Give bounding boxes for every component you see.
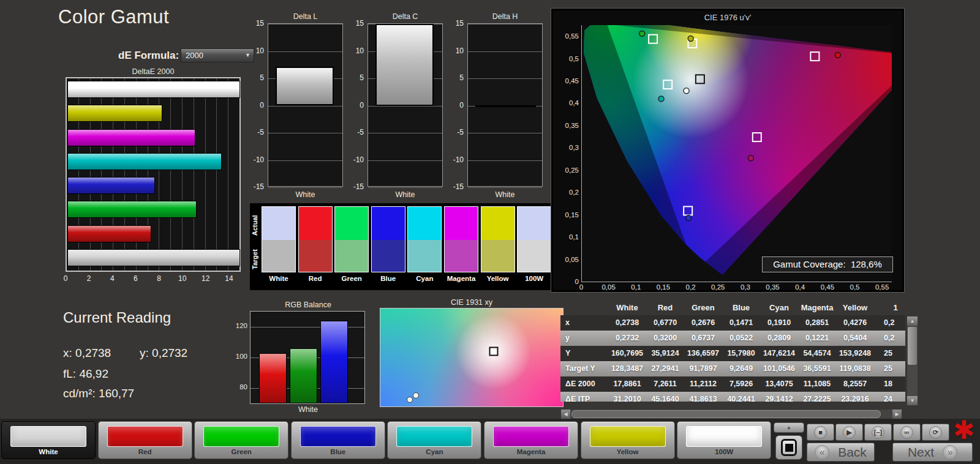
gridline bbox=[468, 51, 542, 52]
table-cell: 0,2 bbox=[874, 331, 905, 346]
gamut-coverage-readout: Gamut Coverage: 128,6% bbox=[762, 256, 893, 272]
pattern-button-blue[interactable]: Blue bbox=[291, 421, 385, 459]
back-arrow-icon: « bbox=[815, 445, 829, 460]
gridline bbox=[228, 78, 228, 271]
horizontal-scroll-thumb[interactable] bbox=[571, 410, 881, 418]
delta-chart-category: White bbox=[467, 190, 543, 199]
table-cell: 11,1085 bbox=[798, 376, 836, 392]
swatch-box bbox=[407, 206, 442, 272]
deltae-tick: 0 bbox=[58, 274, 73, 283]
delta-chart-category: White bbox=[268, 190, 343, 199]
swatch-white: White bbox=[262, 206, 296, 282]
back-button[interactable]: « Back bbox=[807, 443, 875, 462]
cie31-chart bbox=[380, 308, 564, 407]
step-icon: [–] bbox=[872, 426, 884, 439]
swatch-100w: 100W bbox=[517, 206, 551, 282]
rgb-balance-chart bbox=[250, 311, 365, 404]
pattern-label: Yellow bbox=[581, 448, 674, 455]
gridline bbox=[268, 187, 342, 188]
target-swatch bbox=[372, 240, 405, 272]
loop-icon: ∞ bbox=[900, 426, 913, 439]
collapse-button[interactable]: ▲ bbox=[774, 422, 804, 433]
gridline bbox=[268, 133, 342, 133]
table-cell: 11,2112 bbox=[684, 376, 722, 392]
pattern-swatch bbox=[203, 426, 279, 447]
gridline bbox=[268, 106, 342, 107]
scroll-left-icon[interactable]: ◀ bbox=[561, 410, 570, 419]
de-formula-value: 2000 bbox=[186, 51, 203, 60]
cie76-x-tick: 0,15 bbox=[653, 283, 674, 291]
table-cell: 27,2941 bbox=[646, 361, 684, 376]
delta-y-tick: 10 bbox=[246, 47, 264, 55]
table-cell: 36,5591 bbox=[798, 361, 836, 376]
pattern-button-magenta[interactable]: Magenta bbox=[484, 421, 578, 459]
target-swatch bbox=[262, 240, 295, 272]
table-cell: 128,3487 bbox=[608, 361, 646, 376]
current-reading-y: y: 0,2732 bbox=[140, 346, 187, 360]
swatch-label: Magenta bbox=[444, 275, 478, 282]
pattern-button-green[interactable]: Green bbox=[194, 421, 288, 459]
gridline bbox=[368, 160, 442, 161]
delta-y-tick: -5 bbox=[445, 128, 464, 137]
table-header-cell: Magenta bbox=[798, 300, 836, 316]
pattern-button-cyan[interactable]: Cyan bbox=[387, 421, 481, 459]
table-cell: 13,4075 bbox=[760, 376, 798, 392]
deltae-tick: 10 bbox=[175, 274, 190, 283]
vertical-scroll-thumb[interactable] bbox=[908, 327, 917, 365]
deltae-bar-red bbox=[67, 225, 151, 242]
table-cell: 25 bbox=[874, 346, 905, 361]
swatch-yellow: Yellow bbox=[481, 206, 515, 282]
cie76-y-tick: 0,1 bbox=[556, 233, 579, 241]
target-swatch bbox=[445, 240, 478, 272]
play-button[interactable]: ▶ bbox=[835, 424, 863, 441]
next-button[interactable]: Next » bbox=[892, 443, 973, 462]
de-formula-dropdown[interactable]: 2000 ▼ bbox=[181, 48, 254, 62]
pattern-button-white[interactable]: White bbox=[1, 421, 96, 459]
deltae-bar-green bbox=[67, 201, 197, 218]
swatch-box bbox=[481, 206, 515, 272]
pattern-button-100w[interactable]: 100W bbox=[677, 421, 771, 459]
pattern-label: Cyan bbox=[388, 448, 481, 455]
refresh-button[interactable]: ⟳ bbox=[922, 424, 949, 441]
table-cell: 8,2557 bbox=[836, 376, 874, 392]
table-horizontal-scrollbar[interactable]: ◀ ▶ bbox=[561, 410, 902, 419]
scroll-right-icon[interactable]: ▶ bbox=[892, 410, 902, 419]
cie76-title: CIE 1976 u'v' bbox=[553, 13, 902, 22]
delta-y-tick: -15 bbox=[445, 182, 464, 191]
table-cell: 0,4276 bbox=[836, 315, 874, 331]
actual-swatch bbox=[299, 207, 332, 240]
scroll-up-icon[interactable]: ▲ bbox=[907, 316, 918, 326]
pattern-button-red[interactable]: Red bbox=[98, 421, 192, 459]
pattern-button-yellow[interactable]: Yellow bbox=[581, 421, 675, 459]
step-button[interactable]: [–] bbox=[864, 424, 892, 441]
window-pattern-button[interactable] bbox=[775, 435, 802, 460]
target-swatch bbox=[518, 240, 551, 272]
cie31-target-marker bbox=[489, 347, 498, 356]
deltae-tick: 14 bbox=[222, 274, 236, 283]
table-row-label: x bbox=[560, 315, 608, 331]
stop-button[interactable]: ■ bbox=[807, 424, 834, 441]
rgb-y-tick: 100 bbox=[232, 353, 247, 360]
scroll-down-icon[interactable]: ▼ bbox=[907, 396, 918, 405]
delta-y-tick: -10 bbox=[345, 155, 364, 164]
loop-button[interactable]: ∞ bbox=[893, 424, 921, 441]
table-header-cell: Blue bbox=[722, 300, 760, 316]
target-swatch bbox=[481, 240, 514, 272]
delta-bar-zero bbox=[475, 105, 536, 107]
swatch-box bbox=[444, 206, 478, 272]
swatch-box bbox=[334, 206, 369, 272]
window-pattern-icon bbox=[781, 439, 797, 456]
delta-chart-title: Delta L bbox=[249, 12, 361, 21]
pattern-swatch bbox=[10, 426, 86, 447]
table-header-cell bbox=[560, 300, 608, 316]
table-vertical-scrollbar[interactable]: ▲ ▼ bbox=[907, 316, 918, 405]
table-cell: 153,9248 bbox=[836, 346, 874, 361]
table-cell: 7,2611 bbox=[646, 376, 684, 392]
table-cell: 0,6770 bbox=[646, 315, 684, 331]
delta-y-tick: 0 bbox=[445, 101, 464, 110]
delta-y-tick: -5 bbox=[345, 128, 364, 137]
actual-label: Actual bbox=[251, 208, 260, 242]
swatch-label: Blue bbox=[371, 275, 405, 282]
rgb-balance-title: RGB Balance bbox=[250, 301, 366, 309]
table-cell: 25 bbox=[874, 361, 905, 376]
